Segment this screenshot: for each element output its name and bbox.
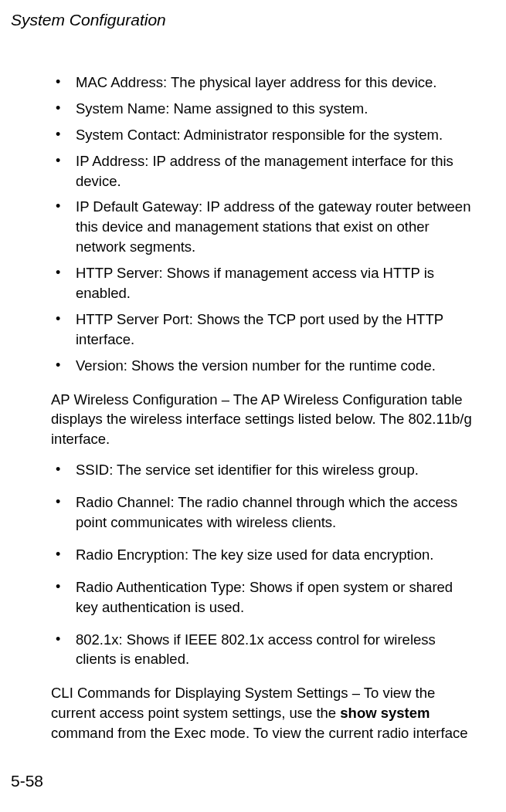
- list-item: MAC Address: The physical layer address …: [51, 73, 477, 93]
- paragraph-ap-wireless: AP Wireless Configuration – The AP Wirel…: [51, 390, 477, 450]
- bullet-list-1: MAC Address: The physical layer address …: [51, 73, 477, 376]
- list-item: HTTP Server: Shows if management access …: [51, 263, 477, 303]
- list-item: Radio Authentication Type: Shows if open…: [51, 577, 477, 617]
- cli-text-post: command from the Exec mode. To view the …: [51, 725, 468, 741]
- main-content: MAC Address: The physical layer address …: [51, 73, 477, 743]
- list-item: Version: Shows the version number for th…: [51, 356, 477, 376]
- page-number: 5-58: [11, 772, 43, 790]
- list-item: Radio Channel: The radio channel through…: [51, 492, 477, 533]
- list-item: IP Address: IP address of the management…: [51, 151, 477, 191]
- list-item: 802.1x: Shows if IEEE 802.1x access cont…: [51, 630, 477, 670]
- list-item: SSID: The service set identifier for thi…: [51, 460, 477, 480]
- list-item: HTTP Server Port: Shows the TCP port use…: [51, 310, 477, 350]
- list-item: Radio Encryption: The key size used for …: [51, 545, 477, 565]
- page-header: System Configuration: [11, 11, 477, 29]
- list-item: IP Default Gateway: IP address of the ga…: [51, 197, 477, 257]
- paragraph-cli: CLI Commands for Displaying System Setti…: [51, 683, 477, 743]
- cli-command-bold: show system: [340, 705, 430, 721]
- list-item: System Contact: Administrator responsibl…: [51, 125, 477, 145]
- bullet-list-2: SSID: The service set identifier for thi…: [51, 460, 477, 669]
- list-item: System Name: Name assigned to this syste…: [51, 99, 477, 119]
